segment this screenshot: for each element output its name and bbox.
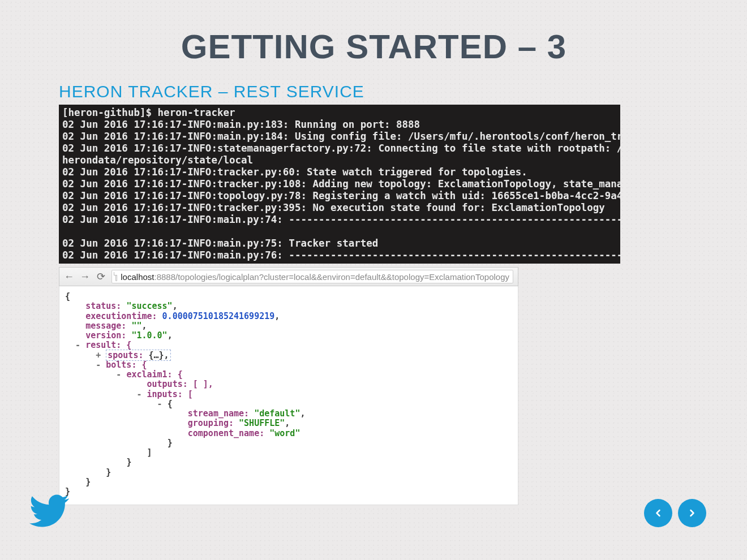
json-key-bolts: bolts: { xyxy=(106,360,147,370)
json-val-spouts: {…} xyxy=(149,350,164,360)
terminal-output: [heron-github]$ heron-tracker 02 Jun 201… xyxy=(59,105,620,264)
page-title: GETTING STARTED – 3 xyxy=(59,27,688,66)
json-val-grouping: "SHUFFLE" xyxy=(239,418,285,428)
twitter-bird-icon xyxy=(25,491,74,531)
json-key-executiontime: executiontime: xyxy=(85,311,157,321)
json-key-status: status: xyxy=(85,301,121,311)
json-key-component: component_name: xyxy=(188,428,270,438)
address-bar[interactable]: localhost:8888/topologies/logicalplan?cl… xyxy=(111,270,513,283)
json-response: { status: "success", executiontime: 0.00… xyxy=(59,286,518,505)
title-text: GETTING STARTED – xyxy=(181,28,547,66)
json-key-exclaim1: exclaim1: { xyxy=(126,369,182,380)
back-icon[interactable]: ← xyxy=(64,272,74,282)
url-host: localhost xyxy=(121,272,154,282)
json-val-stream: "default" xyxy=(254,408,300,419)
forward-icon[interactable]: → xyxy=(80,272,90,282)
page-icon xyxy=(115,272,117,281)
json-key-version: version: xyxy=(85,330,126,341)
json-key-spouts[interactable]: spouts: xyxy=(108,350,148,360)
json-val-message: "" xyxy=(131,321,141,331)
browser-toolbar: ← → ⟳ localhost:8888/topologies/logicalp… xyxy=(59,267,518,286)
json-val-version: "1.0.0" xyxy=(131,330,167,341)
browser-preview: ← → ⟳ localhost:8888/topologies/logicalp… xyxy=(59,267,518,505)
json-key-inputs: inputs: [ xyxy=(147,389,193,399)
next-slide-button[interactable] xyxy=(678,499,706,527)
reload-icon[interactable]: ⟳ xyxy=(96,272,106,282)
json-val-executiontime: 0.00007510185241699219 xyxy=(162,311,275,321)
url-path: :8888/topologies/logicalplan?cluster=loc… xyxy=(154,272,509,282)
json-val-status: "success" xyxy=(126,301,172,311)
json-key-stream: stream_name: xyxy=(188,408,254,419)
json-val-component: "word" xyxy=(269,428,300,438)
slide: GETTING STARTED – 3 HERON TRACKER – REST… xyxy=(0,0,747,560)
json-key-grouping: grouping: xyxy=(188,418,239,428)
title-number: 3 xyxy=(547,28,566,66)
json-key-outputs: outputs: [ ], xyxy=(147,379,213,389)
json-key-result: result: { xyxy=(85,340,131,350)
json-key-message: message: xyxy=(85,321,126,331)
subtitle: HERON TRACKER – REST SERVICE xyxy=(59,82,688,101)
prev-slide-button[interactable] xyxy=(644,499,672,527)
